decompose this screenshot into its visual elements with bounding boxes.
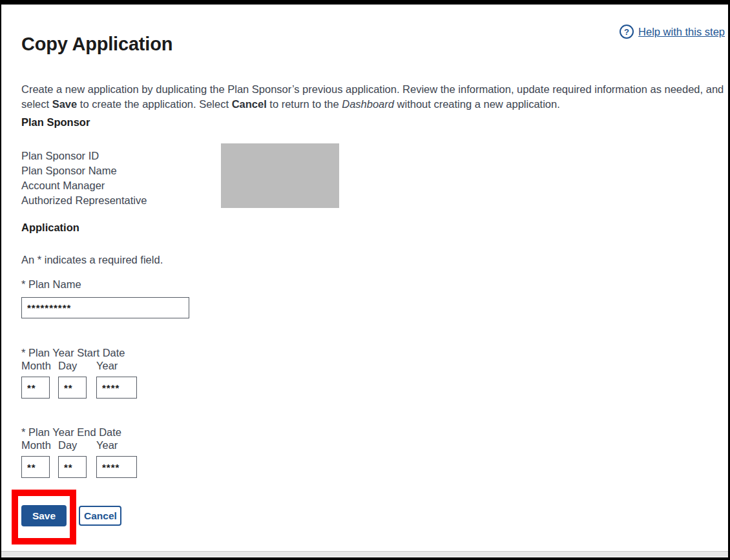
window-border-bottom	[0, 557, 730, 560]
account-manager-label: Account Manager	[21, 178, 147, 193]
end-month-label: Month	[21, 439, 51, 451]
redacted-sponsor-values	[221, 143, 339, 208]
start-month-input[interactable]	[21, 377, 50, 399]
plan-year-start-label: * Plan Year Start Date	[21, 347, 125, 359]
start-year-input[interactable]	[96, 377, 137, 399]
intro-paragraph: Create a new application by duplicating …	[21, 82, 724, 112]
end-month-input[interactable]	[21, 456, 50, 478]
end-day-label: Day	[58, 439, 77, 451]
plan-name-label: * Plan Name	[21, 278, 81, 291]
intro-text-3: to return to the	[267, 98, 342, 110]
start-month-label: Month	[21, 360, 51, 372]
intro-text-2: to create the application. Select	[77, 98, 231, 110]
help-link[interactable]: ? Help with this step	[620, 25, 725, 39]
copy-application-page: Copy Application ? Help with this step C…	[0, 0, 730, 560]
horizontal-scrollbar[interactable]	[1, 551, 728, 557]
intro-bold-save: Save	[52, 98, 78, 110]
cancel-button[interactable]: Cancel	[79, 506, 121, 526]
plan-sponsor-heading: Plan Sponsor	[21, 116, 90, 129]
end-year-input[interactable]	[96, 456, 137, 478]
intro-italic-dashboard: Dashboard	[342, 98, 394, 110]
page-title: Copy Application	[21, 34, 172, 55]
required-field-note: An * indicates a required field.	[21, 254, 163, 266]
end-day-input[interactable]	[58, 456, 87, 478]
authorized-representative-label: Authorized Representative	[21, 193, 147, 208]
application-heading: Application	[21, 222, 79, 234]
start-year-label: Year	[96, 360, 118, 372]
window-border-top	[0, 0, 730, 5]
intro-bold-cancel: Cancel	[232, 98, 267, 110]
save-button[interactable]: Save	[21, 505, 67, 526]
start-day-label: Day	[58, 360, 77, 372]
help-link-label: Help with this step	[638, 26, 725, 38]
intro-text-4: without creating a new application.	[394, 98, 560, 110]
plan-sponsor-id-label: Plan Sponsor ID	[21, 149, 147, 163]
question-mark-icon: ?	[620, 25, 634, 39]
start-day-input[interactable]	[58, 377, 87, 399]
end-year-label: Year	[96, 439, 118, 451]
window-border-left	[0, 0, 1, 560]
plan-sponsor-labels: Plan Sponsor ID Plan Sponsor Name Accoun…	[21, 149, 147, 208]
plan-year-end-label: * Plan Year End Date	[21, 426, 121, 439]
plan-name-input[interactable]	[21, 297, 189, 318]
plan-sponsor-name-label: Plan Sponsor Name	[21, 163, 147, 178]
